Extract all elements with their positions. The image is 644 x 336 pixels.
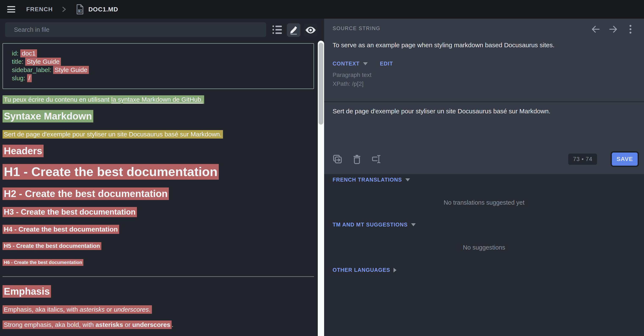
french-translations-label: FRENCH TRANSLATIONS [332,177,402,183]
frontmatter-value-string[interactable]: Style Guide [25,58,61,66]
translation-input[interactable]: Sert de page d'exemple pour styliser un … [332,108,629,115]
frontmatter-key: title: [12,58,25,65]
frontmatter-value-string[interactable]: / [27,74,32,82]
frontmatter-value-string[interactable]: doc1 [20,49,37,57]
frontmatter-line: sidebar_label: Style Guide [12,66,309,74]
markdown-h6: H6 - Create the best documentation [2,260,314,265]
frontmatter-code-block: id: doc1title: Style Guidesidebar_label:… [2,43,314,89]
markdown-h2: H2 - Create the best documentation [2,188,314,199]
string-segment: underscores [132,321,170,328]
insert-placeholder-button[interactable] [372,154,381,164]
arrow-right-icon [608,25,618,34]
insert-tag-icon [372,154,381,164]
string-segment: underscores [114,306,149,313]
frontmatter-line: title: Style Guide [12,57,309,66]
translatable-string-red[interactable]: H4 - Create the best documentation [2,225,119,234]
section-french-translations[interactable]: FRENCH TRANSLATIONS [332,177,410,183]
previous-string-button[interactable] [590,23,602,35]
markdown-p: Emphasis, aka italics, with asterisks or… [2,305,314,314]
source-string-label: SOURCE STRING [332,26,380,31]
markdown-p: Tu peux écrire du contenu en utilisant l… [2,95,314,104]
string-segment: H3 - Create the best documentation [4,208,136,216]
translation-side-panel: SOURCE STRING [324,19,644,336]
copy-source-button[interactable] [332,154,342,164]
section-collapsed-arrow-icon [394,268,396,272]
translatable-string-olive[interactable]: Sert de page d'exemple pour styliser un … [2,130,223,138]
file-editor-pane: id: doc1title: Style Guidesidebar_label:… [0,19,324,336]
markdown-content: Tu peux écrire du contenu en utilisant l… [2,95,314,329]
translatable-string-red[interactable]: H5 - Create the best documentation [2,242,101,250]
source-string-text: To serve as an example page when styling… [332,42,629,49]
search-input[interactable] [5,22,266,37]
markdown-h2: Headers [2,145,314,156]
string-segment: H4 - Create the best documentation [4,225,118,233]
vertical-scrollbar-track[interactable] [318,41,324,336]
section-tm-mt-suggestions[interactable]: TM AND MT SUGGESTIONS [332,222,416,228]
pencil-icon [289,25,298,35]
string-segment: la syntaxe Markdown de GitHub. [111,96,203,103]
copy-source-icon [332,154,342,164]
top-bar: FRENCH M↓ DOC1.MD [0,0,644,19]
string-list-icon[interactable] [272,26,282,34]
eye-icon [305,26,316,34]
tm-mt-suggestions-label: TM AND MT SUGGESTIONS [332,222,408,228]
string-segment: or [123,321,132,328]
text-outside-highlight: . [172,321,173,328]
translatable-string-green[interactable]: Syntaxe Markdown [2,110,93,122]
string-segment: H1 - Create the best documentation [4,164,218,179]
string-segment: Headers [4,145,42,156]
translatable-string-red[interactable]: H3 - Create the best documentation [2,207,137,217]
breadcrumb-chevron-icon [61,6,67,13]
more-options-button[interactable] [624,23,636,35]
trash-icon [353,154,361,164]
translatable-string-red[interactable]: Strong emphasis, aka bold, with asterisk… [2,320,172,329]
kebab-menu-icon [629,24,632,34]
string-segment: Emphasis [4,286,50,297]
string-segment: asterisks [96,321,123,328]
string-segment: Emphasis, aka italics, with [4,306,80,313]
preview-mode-button[interactable] [304,23,317,37]
string-segment: asterisks [80,306,104,313]
string-segment: Sert de page d'exemple pour styliser un … [4,131,222,138]
translatable-string-red[interactable]: H2 - Create the best documentation [2,188,169,200]
section-expanded-arrow-icon [405,178,410,181]
context-edit-button[interactable]: EDIT [380,61,393,67]
arrow-left-icon [591,25,600,34]
translatable-string-red[interactable]: H1 - Create the best documentation [2,164,219,180]
markdown-h4: H4 - Create the best documentation [2,225,314,233]
edit-mode-button[interactable] [287,23,300,37]
markdown-h3: H3 - Create the best documentation [2,208,314,217]
markdown-p: Sert de page d'exemple pour styliser un … [2,130,314,138]
svg-text:M↓: M↓ [79,10,82,12]
translatable-string-red[interactable]: Headers [2,145,44,157]
breadcrumb-file[interactable]: DOC1.MD [88,6,118,13]
character-counter: 73 • 74 [568,153,597,165]
delete-translation-button[interactable] [352,154,362,164]
frontmatter-key: slug: [12,75,27,82]
section-other-languages[interactable]: OTHER LANGUAGES [332,267,396,273]
hamburger-menu-icon[interactable] [7,6,15,13]
section-expanded-arrow-icon [411,223,416,226]
string-segment: Syntaxe Markdown [4,111,92,122]
context-xpath: XPath: /p[2] [332,81,364,87]
vertical-scrollbar-thumb[interactable] [318,43,323,125]
save-button[interactable]: SAVE [612,152,638,166]
frontmatter-key: id: [12,50,20,57]
frontmatter-value-string[interactable]: Style Guide [53,66,89,74]
other-languages-label: OTHER LANGUAGES [332,267,390,273]
source-string-card: SOURCE STRING [324,19,644,101]
context-element-type: Paragraph text [332,72,372,78]
translatable-string-green[interactable]: Tu peux écrire du contenu en utilisant l… [2,95,204,104]
string-segment: Tu peux écrire du contenu en utilisant [4,96,111,103]
next-string-button[interactable] [607,23,619,35]
translatable-string-red[interactable]: H6 - Create the best documentation [2,259,83,266]
markdown-h2: Emphasis [2,286,314,297]
context-toggle[interactable]: CONTEXT [332,61,360,67]
breadcrumb-project[interactable]: FRENCH [26,6,53,13]
string-segment: H2 - Create the best documentation [4,188,168,199]
translatable-string-red[interactable]: Emphasis, aka italics, with asterisks or… [2,305,152,314]
translatable-string-red[interactable]: Emphasis [2,285,51,298]
string-segment: Strong emphasis, aka bold, with [4,321,96,328]
translations-empty-message: No translations suggested yet [324,199,644,206]
context-dropdown-arrow-icon [363,62,368,65]
